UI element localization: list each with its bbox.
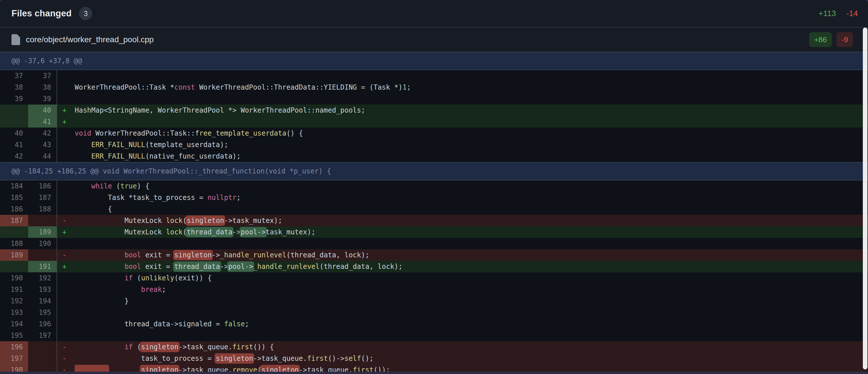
code-token — [75, 285, 141, 293]
new-line-number[interactable] — [28, 353, 57, 364]
old-line-number[interactable]: 193 — [0, 307, 28, 318]
old-line-number[interactable]: 37 — [0, 70, 28, 82]
old-line-number[interactable]: 196 — [0, 341, 28, 353]
code-token: pool-> — [241, 228, 266, 236]
marker-spacer — [57, 295, 75, 307]
code-token — [75, 152, 91, 160]
new-line-number[interactable]: 39 — [28, 93, 57, 104]
old-line-number[interactable]: 194 — [0, 318, 28, 330]
bottom-edge — [0, 372, 868, 374]
new-line-number[interactable] — [28, 215, 57, 226]
code-line: void WorkerThreadPool::Task::free_templa… — [75, 128, 868, 139]
old-line-number[interactable]: 195 — [0, 330, 28, 341]
new-line-number[interactable]: 42 — [28, 128, 57, 139]
marker-spacer — [57, 318, 75, 330]
old-line-number[interactable]: 188 — [0, 238, 28, 249]
code-token: (); — [361, 354, 373, 363]
marker-spacer — [57, 204, 75, 215]
new-line-number[interactable]: 40 — [28, 104, 57, 116]
new-line-number[interactable]: 186 — [28, 180, 57, 192]
old-line-number[interactable]: 197 — [0, 353, 28, 364]
file-deletions-badge: -9 — [836, 32, 853, 47]
old-line-number[interactable]: 39 — [0, 93, 28, 104]
old-line-number[interactable]: 184 — [0, 180, 28, 192]
code-token: ; — [237, 194, 241, 201]
code-line: ERR_FAIL_NULL(native_func_userdata); — [75, 151, 868, 162]
old-line-number[interactable]: 40 — [0, 128, 28, 139]
code-token: exit = — [141, 251, 174, 259]
vertical-scrollbar[interactable] — [863, 28, 867, 369]
code-token: false — [224, 320, 245, 328]
code-line: task_to_process = singleton->task_queue.… — [75, 353, 868, 364]
code-token: (template_userdata); — [145, 141, 228, 149]
new-line-number[interactable]: 189 — [28, 226, 57, 238]
code-token: WorkerThreadPool::Task * — [75, 83, 174, 91]
new-line-number[interactable] — [28, 249, 57, 261]
diff-row: 40+HashMap<StringName, WorkerThreadPool … — [0, 104, 868, 116]
code-token: const — [174, 83, 195, 91]
old-line-number[interactable]: 190 — [0, 272, 28, 284]
marker-spacer — [57, 272, 75, 284]
diff-row: 192194 } — [0, 295, 868, 307]
code-token: -> — [232, 228, 241, 236]
new-line-number[interactable] — [28, 341, 57, 353]
code-token: unlikely — [141, 274, 174, 282]
new-line-number[interactable]: 187 — [28, 192, 57, 204]
code-token: void — [75, 129, 91, 137]
old-line-number[interactable] — [0, 261, 28, 272]
old-line-number[interactable]: 186 — [0, 204, 28, 215]
code-line — [75, 70, 868, 82]
old-line-number[interactable]: 187 — [0, 215, 28, 226]
code-token: thread_data — [187, 228, 232, 236]
code-line — [75, 330, 868, 341]
code-token: ; — [407, 83, 411, 91]
plus-marker-icon: + — [57, 104, 75, 116]
new-line-number[interactable]: 195 — [28, 307, 57, 318]
old-line-number[interactable]: 189 — [0, 249, 28, 261]
new-line-number[interactable]: 196 — [28, 318, 57, 330]
new-line-number[interactable]: 44 — [28, 151, 57, 162]
code-token: WorkerThreadPool::ThreadData::YIELDING =… — [195, 83, 402, 91]
old-line-number[interactable]: 185 — [0, 192, 28, 204]
diff-row: 4244 ERR_FAIL_NULL(native_func_userdata)… — [0, 151, 868, 162]
diff-row: 197- task_to_process = singleton->task_q… — [0, 353, 868, 364]
marker-spacer — [57, 284, 75, 295]
file-header-row[interactable]: core/object/worker_thread_pool.cpp +86 -… — [0, 28, 868, 52]
hunk-header: @@ -37,6 +37,8 @@ — [0, 52, 868, 70]
new-line-number[interactable]: 190 — [28, 238, 57, 249]
code-token: ) { — [137, 182, 149, 190]
diff-row: 3939 — [0, 93, 868, 104]
new-line-number[interactable]: 38 — [28, 82, 57, 93]
code-line: ERR_FAIL_NULL(template_userdata); — [75, 139, 868, 151]
diff-body: @@ -37,6 +37,8 @@37373838WorkerThreadPoo… — [0, 52, 868, 374]
old-line-number[interactable]: 191 — [0, 284, 28, 295]
new-line-number[interactable]: 194 — [28, 295, 57, 307]
new-line-number[interactable]: 192 — [28, 272, 57, 284]
new-line-number[interactable]: 188 — [28, 204, 57, 215]
code-token: _handle_runlevel — [220, 251, 286, 259]
new-line-number[interactable]: 197 — [28, 330, 57, 341]
new-line-number[interactable]: 191 — [28, 261, 57, 272]
code-token: Task *task_to_process = — [75, 194, 207, 201]
old-line-number[interactable]: 42 — [0, 151, 28, 162]
code-line: if (unlikely(exit)) { — [75, 272, 868, 284]
diff-row: 3838WorkerThreadPool::Task *const Worker… — [0, 82, 868, 93]
new-line-number[interactable]: 193 — [28, 284, 57, 295]
code-token: true — [120, 182, 137, 190]
new-line-number[interactable]: 41 — [28, 116, 57, 128]
old-line-number[interactable]: 38 — [0, 82, 28, 93]
new-line-number[interactable]: 43 — [28, 139, 57, 151]
code-token: ->task_queue. — [253, 354, 307, 363]
old-line-number[interactable] — [0, 104, 28, 116]
old-line-number[interactable] — [0, 116, 28, 128]
old-line-number[interactable]: 41 — [0, 139, 28, 151]
code-token: WorkerThreadPool::Task:: — [91, 129, 195, 137]
code-token — [75, 343, 124, 351]
file-additions-badge: +86 — [809, 32, 832, 47]
code-token: MutexLock — [75, 228, 166, 236]
code-token: 1 — [403, 83, 407, 91]
new-line-number[interactable]: 37 — [28, 70, 57, 82]
old-line-number[interactable] — [0, 226, 28, 238]
diff-row: 184186 while (true) { — [0, 180, 868, 192]
old-line-number[interactable]: 192 — [0, 295, 28, 307]
